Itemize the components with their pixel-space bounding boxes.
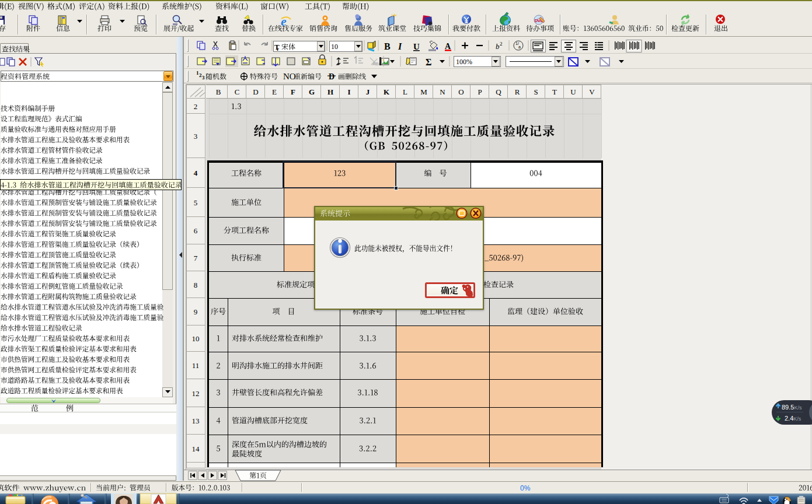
svg-text:2.4K/s: 2.4K/s bbox=[785, 415, 801, 422]
svg-text:89.5K/s: 89.5K/s bbox=[782, 404, 802, 411]
